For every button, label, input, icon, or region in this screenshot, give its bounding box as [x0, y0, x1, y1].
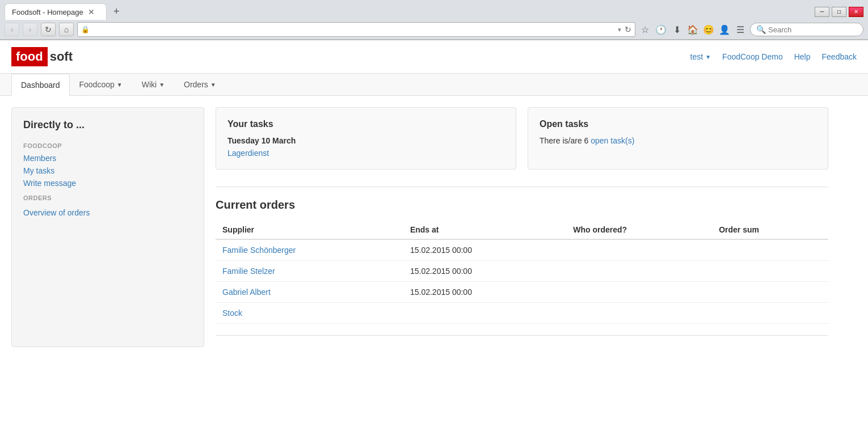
nav-item-foodcoop[interactable]: Foodcoop ▼ — [70, 74, 132, 95]
task-cards: Your tasks Tuesday 10 March Lagerdienst … — [216, 107, 828, 170]
table-row: Gabriel Albert 15.02.2015 00:00 — [216, 282, 828, 303]
search-bar[interactable]: 🔍 — [750, 23, 863, 36]
search-icon: 🔍 — [756, 25, 766, 34]
open-tasks-card: Open tasks There is/are 6 open task(s) — [528, 107, 828, 170]
main-nav: Dashboard Foodcoop ▼ Wiki ▼ Orders ▼ — [0, 74, 868, 96]
section-divider-1 — [216, 187, 828, 187]
address-refresh-icon[interactable]: ↻ — [625, 25, 631, 34]
nav-item-wiki[interactable]: Wiki ▼ — [132, 74, 174, 95]
address-bar[interactable]: 🔒 https://app.foodcoops.net/demo# ▼ ↻ — [77, 22, 635, 37]
browser-toolbar: ‹ › ↻ ⌂ 🔒 https://app.foodcoops.net/demo… — [0, 20, 868, 40]
sidebar-link-members[interactable]: Members — [23, 154, 192, 163]
cell-ends-at — [403, 303, 566, 324]
user-dropdown[interactable]: test ▼ — [690, 52, 711, 61]
cell-who-ordered — [566, 261, 712, 282]
refresh-button[interactable]: ↻ — [41, 23, 56, 36]
tab-title: Foodsoft - Homepage — [12, 8, 83, 16]
toolbar-icons: ☆ 🕐 ⬇ 🏠 😊 👤 ☰ — [639, 23, 747, 36]
supplier-link[interactable]: Familie Schönberger — [222, 246, 296, 255]
logo-food: food — [11, 47, 48, 66]
sidebar-link-write-message[interactable]: Write message — [23, 179, 192, 188]
open-tasks-link[interactable]: open task(s) — [591, 136, 634, 145]
col-who-ordered: Who ordered? — [566, 221, 712, 239]
col-supplier: Supplier — [216, 221, 403, 239]
user-icon[interactable]: 😊 — [702, 23, 715, 36]
orders-caret: ▼ — [210, 82, 216, 88]
cell-supplier: Familie Schönberger — [216, 239, 403, 261]
browser-chrome: Foodsoft - Homepage ✕ + ─ □ ✕ ‹ › ↻ ⌂ 🔒 … — [0, 0, 868, 40]
minimize-button[interactable]: ─ — [815, 7, 829, 17]
current-orders-title: Current orders — [216, 198, 828, 212]
help-link[interactable]: Help — [794, 52, 811, 61]
profile-icon[interactable]: 👤 — [718, 23, 731, 36]
sidebar-link-overview-orders[interactable]: Overview of orders — [23, 208, 192, 217]
cell-ends-at: 15.02.2015 00:00 — [403, 261, 566, 282]
table-row: Familie Schönberger 15.02.2015 00:00 — [216, 239, 828, 261]
lock-icon: 🔒 — [81, 26, 90, 33]
url-input[interactable]: https://app.foodcoops.net/demo# — [92, 26, 614, 34]
address-dropdown-arrow[interactable]: ▼ — [617, 27, 622, 33]
browser-tab-active[interactable]: Foodsoft - Homepage ✕ — [5, 3, 107, 20]
maximize-button[interactable]: □ — [832, 7, 846, 17]
sidebar-foodcoop-label: FOODCOOP — [23, 142, 192, 149]
your-tasks-title: Your tasks — [227, 119, 504, 129]
user-dropdown-arrow: ▼ — [705, 54, 711, 60]
sidebar-link-my-tasks[interactable]: My tasks — [23, 166, 192, 175]
close-button[interactable]: ✕ — [849, 7, 863, 17]
cell-order-sum — [712, 261, 828, 282]
wiki-caret: ▼ — [159, 82, 165, 88]
orders-table-head: Supplier Ends at Who ordered? Order sum — [216, 221, 828, 239]
bookmark-icon[interactable]: ☆ — [639, 23, 651, 36]
orders-table-body: Familie Schönberger 15.02.2015 00:00 Fam… — [216, 239, 828, 324]
task-link[interactable]: Lagerdienst — [227, 149, 269, 158]
user-label: test — [690, 52, 703, 61]
logo-soft: soft — [48, 47, 75, 66]
your-tasks-card: Your tasks Tuesday 10 March Lagerdienst — [216, 107, 516, 170]
home-button[interactable]: ⌂ — [59, 23, 74, 36]
feedback-link[interactable]: Feedback — [822, 52, 857, 61]
sidebar: Directly to ... FOODCOOP Members My task… — [11, 107, 204, 347]
search-input[interactable] — [768, 26, 857, 34]
col-ends-at: Ends at — [403, 221, 566, 239]
cell-supplier: Familie Stelzer — [216, 261, 403, 282]
page-content: Directly to ... FOODCOOP Members My task… — [0, 96, 840, 358]
table-row: Familie Stelzer 15.02.2015 00:00 — [216, 261, 828, 282]
window-controls: ─ □ ✕ — [815, 7, 863, 17]
cell-order-sum — [712, 239, 828, 261]
cell-who-ordered — [566, 239, 712, 261]
download-icon[interactable]: ⬇ — [671, 23, 683, 36]
nav-item-orders[interactable]: Orders ▼ — [174, 74, 226, 95]
new-tab-button[interactable]: + — [109, 3, 124, 20]
cell-who-ordered — [566, 303, 712, 324]
foodcoop-caret: ▼ — [117, 82, 123, 88]
orders-table-header-row: Supplier Ends at Who ordered? Order sum — [216, 221, 828, 239]
back-button[interactable]: ‹ — [5, 23, 19, 36]
table-row: Stock — [216, 303, 828, 324]
section-divider-2 — [216, 335, 828, 336]
task-date: Tuesday 10 March — [227, 136, 504, 145]
sidebar-title: Directly to ... — [23, 119, 192, 131]
cell-supplier: Stock — [216, 303, 403, 324]
cell-ends-at: 15.02.2015 00:00 — [403, 239, 566, 261]
cell-order-sum — [712, 303, 828, 324]
history-icon[interactable]: 🕐 — [655, 23, 667, 36]
header-nav: test ▼ FoodCoop Demo Help Feedback — [690, 52, 857, 61]
orders-table: Supplier Ends at Who ordered? Order sum … — [216, 221, 828, 324]
supplier-link[interactable]: Gabriel Albert — [222, 288, 271, 297]
forward-button[interactable]: › — [23, 23, 37, 36]
browser-titlebar: Foodsoft - Homepage ✕ + ─ □ ✕ — [0, 0, 868, 20]
cell-supplier: Gabriel Albert — [216, 282, 403, 303]
tab-close-button[interactable]: ✕ — [88, 7, 95, 16]
cell-who-ordered — [566, 282, 712, 303]
supplier-link[interactable]: Stock — [222, 309, 242, 318]
cell-ends-at: 15.02.2015 00:00 — [403, 282, 566, 303]
menu-icon[interactable]: ☰ — [734, 23, 747, 36]
logo: food soft — [11, 47, 75, 66]
sidebar-orders-label: ORDERS — [23, 195, 192, 201]
app-header: food soft test ▼ FoodCoop Demo Help Feed… — [0, 40, 868, 74]
foodcoop-demo-link[interactable]: FoodCoop Demo — [722, 52, 783, 61]
open-tasks-text: There is/are 6 — [540, 136, 591, 145]
nav-item-dashboard[interactable]: Dashboard — [11, 74, 70, 96]
supplier-link[interactable]: Familie Stelzer — [222, 267, 275, 276]
home-icon[interactable]: 🏠 — [686, 23, 699, 36]
